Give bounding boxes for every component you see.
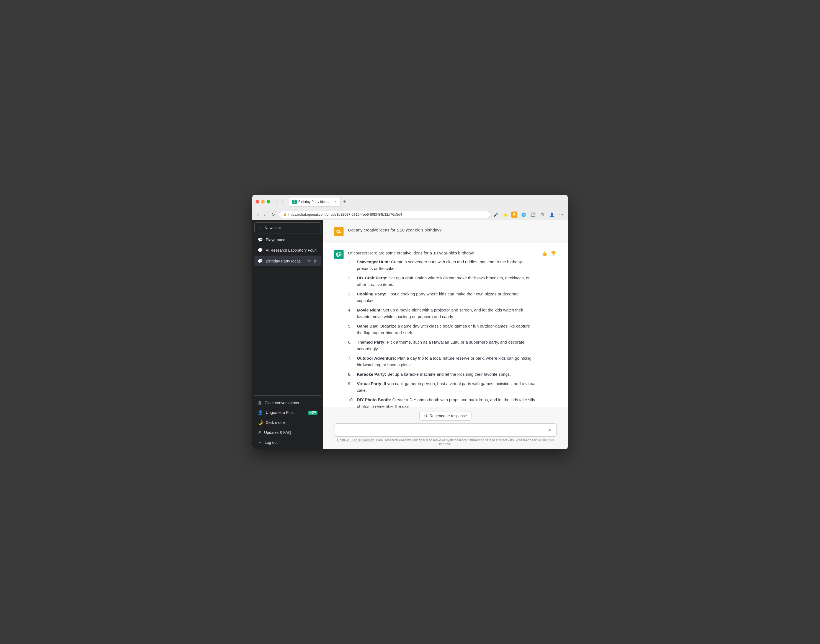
logout-icon: → xyxy=(258,440,262,445)
new-chat-button[interactable]: ＋ New chat xyxy=(254,222,321,233)
tab-close-button[interactable]: ✕ xyxy=(334,200,337,204)
tab-favicon: C xyxy=(292,199,297,204)
list-item-text: Cooking Party: Host a cooking party wher… xyxy=(357,291,537,304)
thumbs-up-button[interactable]: 👍 xyxy=(541,250,548,257)
list-item: 10. DIY Photo Booth: Create a DIY photo … xyxy=(348,397,537,408)
back-button[interactable]: ‹ xyxy=(274,199,279,205)
sidebar-updates-faq[interactable]: ↗ Updates & FAQ xyxy=(254,428,321,437)
list-item: 7. Outdoor Adventure: Plan a day trip to… xyxy=(348,355,537,368)
lock-icon: 🔒 xyxy=(283,213,287,216)
user-avatar: CL xyxy=(334,227,343,236)
user-message-content: Got any creative ideas for a 10 year old… xyxy=(348,227,547,236)
assistant-avatar xyxy=(334,250,343,259)
new-badge: NEW xyxy=(308,411,317,415)
bottom-bar: ↺ Regenerate response ➤ ChatGPT Feb 13 V… xyxy=(323,408,568,449)
sidebar-birthday-label: Birthday Party Ideas. xyxy=(266,259,305,263)
star-icon[interactable]: ⭐ xyxy=(502,211,509,218)
forward-nav-button[interactable]: › xyxy=(262,212,267,218)
extension-r-icon[interactable]: R xyxy=(511,212,517,218)
app-body: ＋ New chat 💬 Playground 💬 AI Research La… xyxy=(252,220,568,449)
list-item-text: Outdoor Adventure: Plan a day trip to a … xyxy=(357,355,537,368)
upgrade-label: Upgrade to Plus xyxy=(266,410,293,415)
logout-label: Log out xyxy=(265,440,278,445)
regenerate-label: Regenerate response xyxy=(430,414,467,418)
browser-window: ‹ › C Birthday Party Ideas. - https:// ✕… xyxy=(252,195,568,449)
list-num: 4. xyxy=(348,307,355,320)
list-item: 3. Cooking Party: Host a cooking party w… xyxy=(348,291,537,304)
sidebar-upgrade[interactable]: 👤 Upgrade to Plus NEW xyxy=(254,408,321,417)
title-bar: ‹ › C Birthday Party Ideas. - https:// ✕… xyxy=(252,195,568,209)
list-item-text: DIY Craft Party: Set up a craft station … xyxy=(357,274,537,288)
list-item: 5. Game Day: Organize a game day with cl… xyxy=(348,323,537,336)
list-item-text: Game Day: Organize a game day with class… xyxy=(357,323,537,336)
list-item-text: Virtual Party: If you can't gather in pe… xyxy=(357,380,537,394)
user-icon: 👤 xyxy=(258,410,263,415)
sidebar-item-actions: ✏ 🗑 xyxy=(308,258,317,264)
sidebar-playground-label: Playground xyxy=(266,238,317,242)
list-item: 2. DIY Craft Party: Set up a craft stati… xyxy=(348,274,537,288)
message-actions: 👍 👎 xyxy=(541,250,557,257)
messages-container: CL Got any creative ideas for a 10 year … xyxy=(323,220,568,408)
sidebar-item-birthday[interactable]: 💬 Birthday Party Ideas. ✏ 🗑 xyxy=(254,256,321,266)
list-num: 3. xyxy=(348,291,355,304)
footer-link[interactable]: ChatGPT Feb 13 Version xyxy=(337,438,374,442)
edit-chat-button[interactable]: ✏ xyxy=(308,258,312,264)
list-item-text: DIY Photo Booth: Create a DIY photo boot… xyxy=(357,397,537,408)
split-view-icon[interactable]: ⊟ xyxy=(539,211,546,218)
new-chat-label: New chat xyxy=(265,225,281,230)
footer-text: ChatGPT Feb 13 Version. Free Research Pr… xyxy=(334,437,557,448)
chat-icon-ai-research: 💬 xyxy=(258,248,263,253)
sidebar-item-playground[interactable]: 💬 Playground xyxy=(254,235,321,245)
assistant-intro-text: Of course! Here are some creative ideas … xyxy=(348,250,537,256)
more-icon[interactable]: ⋯ xyxy=(558,211,564,218)
browser-tab[interactable]: C Birthday Party Ideas. - https:// ✕ xyxy=(289,197,340,207)
list-num: 6. xyxy=(348,339,355,352)
close-button[interactable] xyxy=(256,200,259,204)
list-num: 8. xyxy=(348,371,355,378)
forward-button[interactable]: › xyxy=(280,199,285,205)
thumbs-down-button[interactable]: 👎 xyxy=(550,250,557,257)
voice-icon[interactable]: 🎤 xyxy=(492,211,499,218)
traffic-lights xyxy=(256,200,270,204)
new-tab-button[interactable]: + xyxy=(342,199,348,205)
chat-icon-birthday: 💬 xyxy=(258,259,263,264)
list-num: 9. xyxy=(348,380,355,394)
delete-chat-button[interactable]: 🗑 xyxy=(313,258,317,264)
browser-toolbar: 🎤 ⭐ R 🌐 🔄 ⊟ 👤 ⋯ xyxy=(492,211,564,218)
external-link-icon: ↗ xyxy=(258,430,261,435)
plus-icon: ＋ xyxy=(258,225,262,230)
back-nav-button[interactable]: ‹ xyxy=(256,212,260,218)
url-text: https://chat.openai.com/chat/e3b32687-57… xyxy=(288,212,402,216)
sidebar-top: ＋ New chat 💬 Playground 💬 AI Research La… xyxy=(254,222,321,396)
refresh-button[interactable]: ↻ xyxy=(270,211,277,218)
sidebar-ai-research-label: AI Research Laboratory Foun xyxy=(266,248,317,253)
chat-input[interactable] xyxy=(338,427,545,433)
maximize-button[interactable] xyxy=(267,200,270,204)
sidebar-item-ai-research[interactable]: 💬 AI Research Laboratory Foun xyxy=(254,245,321,256)
minimize-button[interactable] xyxy=(261,200,265,204)
list-item-text: Karaoke Party: Set up a karaoke machine … xyxy=(357,371,511,378)
profile-icon[interactable]: 👤 xyxy=(549,211,555,218)
list-num: 1. xyxy=(348,259,355,272)
user-message-block: CL Got any creative ideas for a 10 year … xyxy=(323,220,568,243)
extension-g-icon[interactable]: 🌐 xyxy=(520,211,527,218)
assistant-message-block: Of course! Here are some creative ideas … xyxy=(323,243,568,408)
footer-description: . Free Research Preview. Our goal is to … xyxy=(374,438,554,446)
trash-icon: 🗑 xyxy=(258,400,262,405)
send-button[interactable]: ➤ xyxy=(547,426,553,434)
sidebar-clear-conversations[interactable]: 🗑 Clear conversations xyxy=(254,398,321,408)
list-item-text: Themed Party: Pick a theme, such as a Ha… xyxy=(357,339,537,352)
list-num: 7. xyxy=(348,355,355,368)
dark-mode-label: Dark mode xyxy=(266,420,285,425)
sidebar-logout[interactable]: → Log out xyxy=(254,437,321,447)
address-bar[interactable]: 🔒 https://chat.openai.com/chat/e3b32687-… xyxy=(279,211,490,218)
list-item-text: Scavenger Hunt: Create a scavenger hunt … xyxy=(357,259,537,272)
sidebar-dark-mode[interactable]: 🌙 Dark mode xyxy=(254,417,321,428)
assistant-message-content: Of course! Here are some creative ideas … xyxy=(348,250,537,408)
regenerate-row: ↺ Regenerate response xyxy=(334,411,557,420)
user-message-text: Got any creative ideas for a 10 year old… xyxy=(348,227,547,233)
reload-icon[interactable]: 🔄 xyxy=(530,211,536,218)
regenerate-button[interactable]: ↺ Regenerate response xyxy=(419,411,472,420)
list-item-text: Movie Night: Set up a movie night with a… xyxy=(357,307,537,320)
clear-conversations-label: Clear conversations xyxy=(265,401,299,405)
